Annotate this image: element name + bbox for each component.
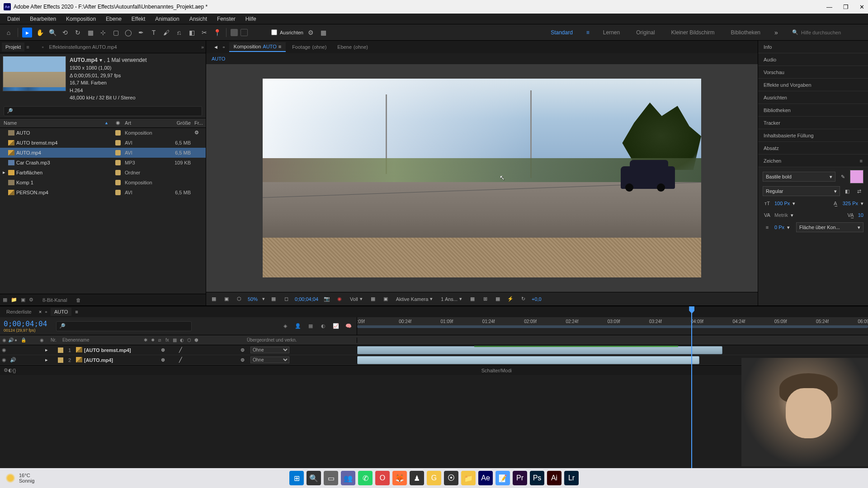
panel-audio[interactable]: Audio [758,53,868,66]
toggle-switches-icon[interactable]: ⚙ [4,367,8,373]
trash-icon[interactable]: 🗑 [76,297,81,303]
taskbar-app[interactable]: ▭ [324,471,338,485]
project-item[interactable]: AUTO bremst.mp4AVI6,5 MB [0,138,206,148]
visibility-toggle[interactable]: ◉ [2,357,8,363]
parent-pick-icon[interactable]: ⊚ [241,357,249,363]
viewport[interactable] [206,64,758,292]
visibility-toggle[interactable]: ◉ [2,347,8,353]
work-area-bar[interactable] [357,325,868,328]
stroke-toggle-icon[interactable]: ◧ [843,187,852,196]
lock-icon[interactable]: ▫ [223,44,225,50]
frame-blend-icon[interactable]: ▦ [306,322,315,331]
switch3-icon[interactable]: ⧄ [158,338,165,343]
comp-tab[interactable]: Ebene (ohne) [333,42,373,52]
timeline-timecode[interactable]: 0;00;04;04 [4,319,47,328]
panel-tracker[interactable]: Tracker [758,117,868,129]
taskbar-app[interactable]: Ps [530,471,544,485]
taskbar-app[interactable]: O [375,471,390,485]
asset-dropdown-icon[interactable]: ▾ [99,56,102,64]
taskbar-app[interactable]: 👥 [341,471,355,485]
fast-icon[interactable]: ⚡ [506,295,514,303]
layer-row[interactable]: ◉▸1[AUTO bremst.mp4]⊕╱⊚Ohne [0,345,868,355]
workspace-overflow-icon[interactable]: » [771,28,781,38]
menu-komposition[interactable]: Komposition [61,14,100,23]
pixel-icon[interactable]: ▦ [494,295,502,303]
tab-comp-auto[interactable]: AUTO [51,308,71,316]
tab-project-menu[interactable]: ≡ [26,44,29,50]
project-item[interactable]: PERSON.mp4AVI6,5 MB [0,188,206,197]
leading[interactable]: 325 Px [843,201,858,206]
graph-icon[interactable]: 📈 [331,322,340,331]
taskbar-app[interactable]: Ae [478,471,493,485]
anchor-tool[interactable]: ⊹ [98,28,108,38]
stroke-swatch[interactable] [241,29,248,36]
guides-icon[interactable]: ▦ [468,295,476,303]
snap-opts-icon[interactable]: ⚙ [306,28,316,38]
menu-animation[interactable]: Animation [151,14,184,23]
comp-tab[interactable]: Footage (ohne) [288,42,331,52]
views-select[interactable]: 1 Ans... ▾ [439,296,464,302]
workspace-original[interactable]: Original [633,28,657,38]
time-ruler[interactable]: :09f00:24f01:09f01:24f02:09f02:24f03:09f… [357,317,868,328]
fill-over-select[interactable]: Fläche über Kon...▾ [796,222,863,232]
audio-col-icon[interactable]: 🔊 [8,338,14,343]
tab-project[interactable]: Projekt [2,42,24,52]
taskbar-app[interactable]: 📝 [495,471,510,485]
layer-clip[interactable] [357,356,699,364]
settings-icon[interactable]: ⚙ [29,297,33,303]
pin-tool[interactable]: 📍 [212,28,222,38]
hand-tool[interactable]: ✋ [35,28,45,38]
layer-row[interactable]: ◉🔊▸2[AUTO.mp4]⊕╱⊚Ohne [0,355,868,365]
mask-icon[interactable]: ⬡ [235,295,243,303]
tab-menu-icon[interactable]: ≡ [75,309,78,314]
effect-lock-icon[interactable]: ▫ [42,44,44,50]
col-framerate[interactable]: Fr... [194,120,206,126]
eyedropper-icon[interactable]: ✎ [838,172,847,181]
col-parent[interactable]: Übergeordnet und verkn. [247,338,297,343]
new-folder-icon[interactable]: 📁 [11,297,17,303]
minimize-button[interactable]: — [826,4,832,10]
res-icon[interactable]: ▦ [269,295,278,303]
menu-ansicht[interactable]: Ansicht [185,14,212,23]
project-item[interactable]: AUTOKomposition⚙ [0,128,206,138]
zoom-tool[interactable]: 🔍 [47,28,57,38]
taskbar-app[interactable]: ✆ [358,471,373,485]
switch8-icon[interactable]: ⬢ [194,338,202,343]
col-number[interactable]: Nr. [51,338,62,343]
bit-depth[interactable]: 8-Bit-Kanal [42,297,67,303]
col-layername[interactable]: Ebenenname [62,338,144,343]
font-family-select[interactable]: Bastile bold▾ [763,172,835,182]
panel-bibliotheken[interactable]: Bibliotheken [758,104,868,117]
motion-blur-icon[interactable]: ◐ [319,322,328,331]
panel-absatz[interactable]: Absatz [758,142,868,155]
menu-fenster[interactable]: Fenster [212,14,240,23]
panel-info[interactable]: Info [758,41,868,53]
comp-tab[interactable]: Komposition AUTO ≡ [229,42,286,52]
new-comp-icon[interactable]: ▣ [21,297,25,303]
shy-icon[interactable]: 👤 [293,322,302,331]
menu-datei[interactable]: Datei [3,14,24,23]
panel-zeichen[interactable]: Zeichen≡ [758,155,868,167]
project-item[interactable]: Car Crash.mp3MP3109 KB [0,158,206,168]
grid-icon[interactable]: ⊞ [481,295,489,303]
close-button[interactable]: ✕ [859,4,864,10]
switch7-icon[interactable]: ⬡ [187,338,194,343]
project-item[interactable]: AUTO.mp4AVI6,5 MB [0,148,206,158]
orbit-tool[interactable]: ⟲ [60,28,70,38]
clone-tool[interactable]: ⎌ [174,28,184,38]
snapshot-icon[interactable]: 📷 [323,295,331,303]
menu-ebene[interactable]: Ebene [101,14,126,23]
zoom-dropdown-icon[interactable]: ▾ [262,296,265,302]
tab-lock-icon[interactable]: ▫ [45,309,47,314]
parent-pick-icon[interactable]: ⊚ [241,347,249,353]
panel-inhaltsbasierte-füllung[interactable]: Inhaltsbasierte Füllung [758,129,868,142]
toggle2-icon[interactable]: ◐ [8,367,13,373]
roi-icon[interactable]: ◻ [282,295,290,303]
taskbar-app[interactable]: Pr [513,471,527,485]
taskbar-app[interactable]: ⦿ [444,471,458,485]
rect-tool[interactable]: ▢ [111,28,121,38]
maximize-button[interactable]: ❐ [843,4,849,10]
brain-icon[interactable]: 🧠 [344,322,353,331]
lock-col-icon[interactable]: 🔒 [21,338,27,343]
tab-effect-controls[interactable]: Effekteinstellungen AUTO.mp4 [46,42,121,52]
